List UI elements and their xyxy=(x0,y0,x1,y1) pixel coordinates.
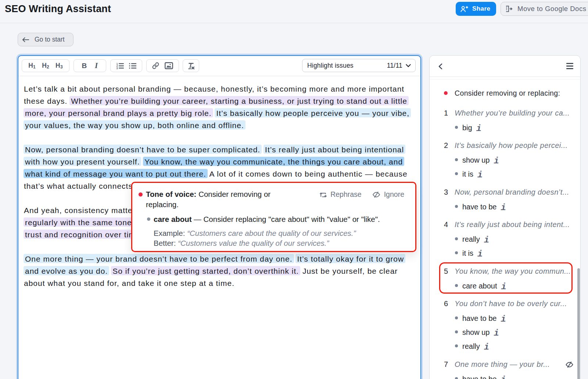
svg-text:3: 3 xyxy=(116,67,118,69)
